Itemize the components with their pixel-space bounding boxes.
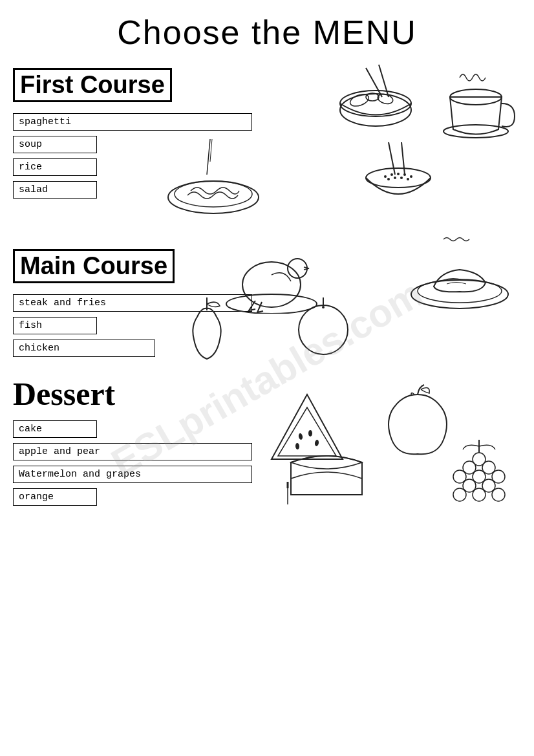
svg-point-31: [299, 305, 348, 354]
soup-cup-icon: [434, 68, 518, 146]
svg-line-14: [401, 142, 405, 175]
first-course-heading: First Course: [13, 68, 172, 102]
svg-point-18: [397, 173, 400, 175]
steak-plate-icon: [405, 236, 515, 314]
svg-point-35: [308, 430, 312, 437]
page: Choose the MENU First Course: [0, 0, 534, 756]
main-course-section: Main Course: [13, 243, 521, 372]
cake-slice-icon: [284, 443, 368, 508]
svg-line-3: [379, 65, 389, 97]
svg-point-24: [407, 178, 409, 180]
menu-item-watermelon: Watermelon and grapes: [13, 466, 252, 483]
svg-point-34: [298, 433, 303, 440]
menu-item-chicken: chicken: [13, 340, 155, 357]
menu-item-apple-pear: apple and pear: [13, 443, 252, 460]
svg-line-13: [389, 142, 395, 175]
svg-point-19: [403, 173, 406, 176]
grapes-icon: [440, 437, 518, 521]
svg-point-15: [366, 168, 431, 188]
dessert-heading: Dessert: [13, 375, 115, 413]
rice-bowl-icon: [353, 139, 443, 217]
svg-point-49: [492, 488, 505, 501]
svg-point-16: [384, 175, 387, 178]
svg-point-33: [322, 306, 325, 308]
first-course-section: First Course: [13, 61, 521, 243]
svg-line-10: [210, 139, 212, 162]
dessert-section: Dessert cake apple and pear Watermelon a…: [13, 372, 521, 553]
svg-point-11: [168, 181, 259, 213]
menu-item-spaghetti: spaghetti: [13, 113, 252, 131]
svg-point-22: [394, 177, 396, 179]
salad-bowl-icon: [334, 61, 418, 133]
menu-item-orange: orange: [13, 488, 97, 506]
main-course-heading: Main Course: [13, 249, 175, 283]
apple-round-icon: [291, 294, 356, 359]
svg-point-8: [443, 125, 508, 138]
menu-item-soup: soup: [13, 136, 97, 153]
menu-item-cake: cake: [13, 420, 97, 438]
svg-point-12: [175, 181, 252, 207]
page-title: Choose the MENU: [13, 6, 521, 61]
svg-point-47: [473, 488, 486, 501]
pear-icon: [175, 294, 239, 372]
menu-item-fish: fish: [13, 317, 97, 334]
svg-line-9: [207, 139, 210, 175]
svg-point-23: [400, 177, 403, 179]
menu-item-salad: salad: [13, 181, 97, 199]
svg-point-17: [390, 173, 393, 176]
spaghetti-plate-icon: [162, 136, 265, 220]
svg-point-20: [410, 175, 412, 178]
svg-line-2: [366, 68, 382, 97]
svg-point-21: [387, 178, 390, 180]
svg-point-48: [453, 488, 466, 501]
menu-item-rice: rice: [13, 158, 97, 176]
